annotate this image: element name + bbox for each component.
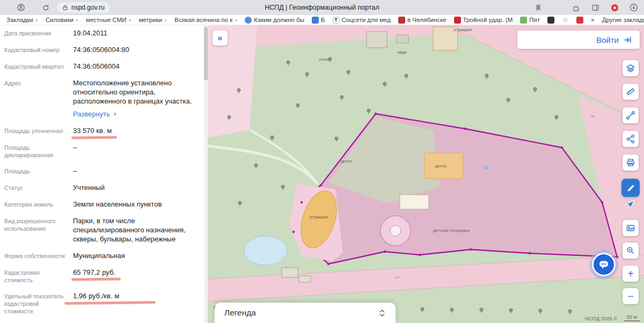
attribute-value: 33 570 кв. м (73, 126, 201, 135)
highlighted-value: 33 570 кв. м (73, 126, 112, 135)
chevron-down-icon: ∨ (76, 18, 78, 23)
map-label-playground-left: дет.пл. (341, 159, 353, 164)
side-panel-icon[interactable] (590, 3, 600, 12)
profile-icon[interactable] (16, 3, 26, 12)
layers-icon (626, 63, 635, 73)
bookmark-folder[interactable]: Закладки∨ (6, 17, 38, 23)
bookmark-item[interactable] (576, 17, 583, 24)
attribute-value: Учтенный (73, 183, 201, 192)
chevron-down-icon: ∨ (164, 18, 167, 23)
attribute-row: Площадь декларированная – (4, 143, 201, 159)
dark-app-favicon (547, 17, 554, 24)
attribute-value: Земли населенных пунктов (73, 200, 201, 209)
route-button[interactable] (623, 107, 639, 123)
url-text: nspd.gov.ru (71, 4, 105, 11)
share-button[interactable] (623, 131, 639, 147)
zoom-out-button[interactable]: − (623, 288, 639, 304)
bookmark-folder[interactable]: метрики∨ (139, 17, 167, 23)
bookmark-item[interactable] (547, 17, 554, 24)
zoom-area-button[interactable] (623, 243, 639, 259)
chevron-down-icon: ∨ (129, 18, 131, 23)
locate-arrow-button[interactable] (625, 199, 635, 211)
location-arrow-icon (625, 199, 635, 209)
draw-tool-button-active[interactable] (621, 179, 640, 197)
login-button[interactable]: Войти (517, 31, 640, 49)
layers-button[interactable] (623, 60, 639, 76)
attribute-label: Категория земель (4, 200, 68, 209)
chat-bubble-icon (597, 258, 610, 271)
attribute-label: Дата присвоения (4, 28, 68, 38)
attribute-label: Кадастровый квартал (4, 62, 68, 71)
address-bar[interactable]: nspd.gov.ru (57, 2, 110, 13)
bookmarks-overflow-button[interactable]: » (591, 16, 595, 24)
attribute-value: 65 797,2 руб. (73, 268, 201, 284)
bookmark-item[interactable]: ТСоцсети для мед (333, 17, 391, 24)
attribute-label: Площадь уточненная (4, 126, 68, 135)
map-label-attraction-top: аттракцион (453, 28, 472, 32)
attribute-value: Местоположение установлено относительно … (73, 78, 201, 119)
bookmark-item[interactable]: Каким должно бы (245, 17, 304, 24)
attribute-row: Адрес Местоположение установлено относит… (4, 78, 201, 119)
bookmark-item[interactable]: в Челябинске (398, 17, 447, 24)
bookmark-folder[interactable]: Всякая всячина по к∨ (174, 17, 237, 23)
screenshot-button[interactable] (623, 220, 639, 236)
expand-address-link[interactable]: Развернуть∨ (73, 109, 201, 119)
measure-button[interactable] (623, 84, 639, 100)
attribute-value: 74:36:0506004 (73, 62, 201, 71)
attribute-value: – (73, 166, 201, 175)
highlighted-value: 1,96 руб./кв. м (73, 291, 119, 300)
bookmark-folder[interactable]: местные СМИ∨ (86, 17, 131, 23)
building (282, 268, 298, 277)
map-label-pine: сосна (319, 57, 329, 61)
refresh-icon[interactable] (41, 3, 50, 12)
panel-scrollbar[interactable] (204, 25, 208, 323)
chevron-up-down-icon (378, 309, 386, 318)
zoom-in-button[interactable]: + (623, 266, 639, 282)
scale-bar: 20 м (624, 314, 640, 321)
route-icon (626, 111, 635, 120)
browser-window: nspd.gov.ru НСПД | Геоинформационный пор… (0, 0, 644, 323)
scrollbar-thumb[interactable] (204, 27, 208, 80)
attribute-row: Кадастровая стоимость 65 797,2 руб. (4, 268, 201, 284)
attribute-value: Парки, в том числе специализированного н… (73, 216, 201, 244)
bookmark-item[interactable]: Пят (520, 17, 540, 24)
browser-titlebar: nspd.gov.ru НСПД | Геоинформационный пор… (0, 0, 644, 15)
bookmark-folder[interactable]: Силовики∨ (46, 17, 78, 23)
map-canvas[interactable]: сосна кафе аттракцион дет.пл. дет.пл. ат… (208, 25, 644, 323)
bookmark-flag-icon[interactable] (533, 3, 543, 12)
photo-favicon (520, 17, 527, 24)
attribute-label: Адрес (4, 78, 68, 119)
map-area[interactable]: сосна кафе аттракцион дет.пл. дет.пл. ат… (208, 25, 644, 323)
ruler-icon (626, 87, 635, 97)
map-label-playground-right: дет.пл. (435, 164, 447, 168)
attribute-row: Категория земель Земли населенных пункто… (4, 200, 201, 209)
bookmark-item[interactable]: ☆ (562, 17, 569, 24)
bookmarks-bar: Закладки∨ Силовики∨ местные СМИ∨ метрики… (0, 15, 644, 25)
building (400, 195, 429, 209)
attribute-row: Вид разрешенного использования Парки, в … (4, 216, 201, 244)
attribute-label: Форма собственности (4, 251, 68, 260)
other-bookmarks-button[interactable]: Другие закладки∨ (602, 17, 644, 23)
attribute-label: Площадь декларированная (4, 143, 68, 159)
magnifier-icon (626, 246, 635, 255)
extensions-icon[interactable] (571, 3, 581, 12)
building (397, 35, 408, 43)
collapse-panel-button[interactable]: « (213, 31, 228, 46)
bookmark-item[interactable]: Б (312, 17, 325, 24)
legend-toggle-button[interactable] (378, 309, 386, 318)
lock-icon (62, 4, 68, 11)
globe-favicon (245, 17, 252, 24)
building (299, 276, 311, 282)
attribute-row: Площадь уточненная 33 570 кв. м (4, 126, 201, 135)
chat-button[interactable] (592, 253, 616, 276)
downloads-icon[interactable] (629, 3, 639, 12)
print-button[interactable] (623, 155, 639, 171)
legend-title: Легенда (224, 308, 256, 318)
record-icon[interactable] (610, 3, 619, 12)
bookmark-item[interactable]: Тройной удар. (М (454, 17, 513, 24)
attribute-row: Кадастровый номер 74:36:0506004:80 (4, 45, 201, 54)
map-label-attraction-area: аттракцион (310, 215, 328, 219)
fountain-center (390, 225, 401, 236)
cafe-building (367, 32, 387, 48)
chevron-down-icon: ∨ (235, 18, 237, 23)
